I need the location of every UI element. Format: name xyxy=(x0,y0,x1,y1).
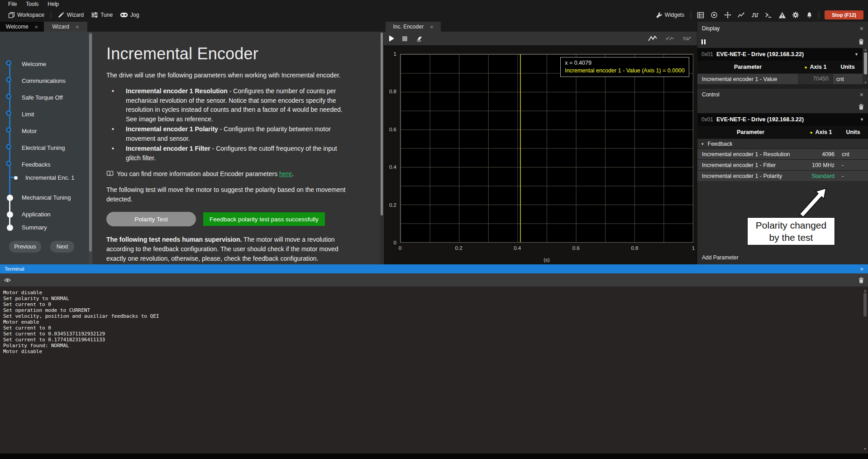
trash-icon[interactable] xyxy=(858,104,864,110)
terminal-scrollbar-thumb[interactable] xyxy=(863,293,867,316)
toolbar-divider xyxy=(51,11,51,19)
scroll-down-icon[interactable]: ▼ xyxy=(862,446,868,452)
monitor-icon[interactable] xyxy=(707,10,721,20)
eye-icon[interactable] xyxy=(4,278,11,282)
sidebar-item-summary[interactable]: Summary xyxy=(0,224,92,232)
tab-wizard-label: Wizard xyxy=(52,24,69,30)
sidebar-item-mechanical-tuning[interactable]: Mechanical Tuning xyxy=(0,194,92,202)
sidebar-item-motor[interactable]: Motor xyxy=(0,127,92,135)
cursor-line[interactable] xyxy=(520,54,521,242)
bell-icon[interactable] xyxy=(802,10,816,20)
terminal-console[interactable]: Motor disable Set polarity to NORMAL Set… xyxy=(0,287,868,454)
sidebar-item-limit[interactable]: Limit xyxy=(0,110,92,119)
close-icon[interactable]: × xyxy=(860,266,863,273)
widgets-label: Widgets xyxy=(665,12,684,18)
close-icon[interactable]: × xyxy=(860,91,863,98)
polarity-test-row: Polarity Test Feedback polarity test pas… xyxy=(106,212,350,226)
value-field[interactable]: 100 MHz xyxy=(804,162,838,168)
close-icon[interactable]: × xyxy=(430,24,434,30)
sidebar-item-welcome[interactable]: Welcome xyxy=(0,60,92,68)
content-scrollbar-thumb[interactable] xyxy=(381,33,383,215)
close-icon[interactable]: × xyxy=(35,24,38,30)
registers-table-icon[interactable] xyxy=(694,10,707,20)
menu-help[interactable]: Help xyxy=(43,1,63,7)
terminal-scrollbar[interactable]: ▲ ▼ xyxy=(862,287,868,454)
here-link[interactable]: here xyxy=(279,170,292,177)
jog-label: Jog xyxy=(130,12,139,18)
add-parameter-link[interactable]: Add Parameter xyxy=(702,254,739,261)
close-icon[interactable]: × xyxy=(76,24,79,30)
menu-file[interactable]: File xyxy=(4,1,21,7)
eraser-icon[interactable] xyxy=(415,35,423,42)
step-plot-icon[interactable] xyxy=(665,35,674,42)
log-line: Set polarity to NORMAL xyxy=(3,296,868,301)
control-device-dropdown[interactable]: 0x01 EVE-NET-E - Drive (192.168.3.22) ▼ xyxy=(697,113,868,126)
jog-button[interactable]: Jog xyxy=(116,10,143,20)
sidebar-item-safe-torque-off[interactable]: Safe Torque Off xyxy=(0,94,92,102)
sidebar-scrollbar-thumb[interactable] xyxy=(89,33,92,252)
scope-canvas[interactable]: x = 0.4079 Incremental encoder 1 - Value… xyxy=(400,54,693,243)
wizard-step-sidebar: Welcome Communications Safe Torque Off L… xyxy=(0,32,92,264)
scroll-up-icon[interactable]: ▲ xyxy=(863,48,868,51)
scroll-down-icon[interactable]: ▼ xyxy=(863,81,868,84)
display-scrollbar[interactable]: ▲ ▼ xyxy=(863,48,868,84)
tab-inc-encoder[interactable]: Inc. Encoder × xyxy=(386,22,441,32)
menu-tools[interactable]: Tools xyxy=(21,1,43,7)
workspace-tabstrip: Welcome × Wizard × xyxy=(0,22,384,32)
tab-welcome[interactable]: Welcome × xyxy=(0,22,44,32)
stop-capture-icon[interactable] xyxy=(402,36,407,41)
content-scrollbar[interactable] xyxy=(380,32,383,264)
close-icon[interactable]: × xyxy=(860,25,863,32)
step-dot xyxy=(7,211,13,218)
sidebar-item-incremental-enc-1[interactable]: Incremental Enc. 1 xyxy=(0,174,92,182)
toolbar-divider xyxy=(819,11,819,19)
value-field[interactable]: Standard xyxy=(804,173,838,179)
tune-button[interactable]: Tune xyxy=(87,10,116,20)
panel-divider xyxy=(697,84,868,89)
square-wave-icon[interactable] xyxy=(748,10,762,20)
sidebar-item-communications[interactable]: Communications xyxy=(0,77,92,85)
sidebar-item-electrical-tuning[interactable]: Electrical Tuning xyxy=(0,144,92,152)
line-plot-icon[interactable] xyxy=(648,35,657,42)
tab-wizard[interactable]: Wizard × xyxy=(44,22,87,32)
step-dot xyxy=(6,94,11,99)
previous-button[interactable]: Previous xyxy=(9,241,41,253)
step-dot xyxy=(6,77,11,82)
workspace-button[interactable]: Workspace xyxy=(5,10,48,20)
warning-icon[interactable] xyxy=(775,10,789,20)
terminal-toolbar xyxy=(0,273,868,287)
bullet-filter: Incremental encoder 1 Filter - Configure… xyxy=(106,144,350,163)
pause-icon[interactable] xyxy=(701,39,706,44)
wizard-button[interactable]: Wizard xyxy=(54,10,87,20)
next-button[interactable]: Next xyxy=(50,241,74,253)
feedback-group-row[interactable]: ▾ Feedback xyxy=(697,139,868,148)
value-field[interactable]: 4096 xyxy=(804,151,838,158)
play-icon[interactable] xyxy=(389,35,394,42)
multi-plot-icon[interactable] xyxy=(682,35,692,42)
wizard-pen-icon xyxy=(57,11,65,19)
log-line: Set current to 0 xyxy=(3,325,868,331)
supervision-paragraph: The following test needs human supervisi… xyxy=(106,235,350,263)
sidebar-item-feedbacks[interactable]: Feedbacks xyxy=(0,161,92,169)
gear-icon[interactable] xyxy=(789,10,802,20)
test-intro-paragraph: The following test will move the motor t… xyxy=(106,185,350,204)
value-field[interactable]: 70450 xyxy=(798,74,833,84)
display-scrollbar-thumb[interactable] xyxy=(864,53,867,74)
tab-inc-encoder-label: Inc. Encoder xyxy=(393,24,424,30)
sidebar-item-application[interactable]: Application xyxy=(0,210,92,219)
display-panel-header: Display × xyxy=(697,22,868,35)
widgets-button[interactable]: Widgets xyxy=(652,10,688,20)
move-arrows-icon[interactable] xyxy=(721,10,734,20)
main-area: Welcome × Wizard × Welcome Communication… xyxy=(0,22,868,264)
menu-bar: File Tools Help xyxy=(0,0,868,8)
display-row-encoder-value: Incremental encoder 1 - Value 70450 cnt xyxy=(697,73,863,84)
polarity-test-button[interactable]: Polarity Test xyxy=(106,212,196,226)
display-device-dropdown[interactable]: 0x01 EVE-NET-E - Drive (192.168.3.22) ▼ xyxy=(697,48,863,61)
sidebar-scrollbar[interactable] xyxy=(89,32,92,264)
control-panel-title: Control xyxy=(702,91,720,98)
terminal-icon[interactable] xyxy=(762,10,775,20)
stop-button[interactable]: Stop (F12) xyxy=(825,10,863,19)
scope-chart-icon[interactable] xyxy=(734,10,748,20)
trash-icon[interactable] xyxy=(858,277,864,283)
trash-icon[interactable] xyxy=(858,38,864,45)
